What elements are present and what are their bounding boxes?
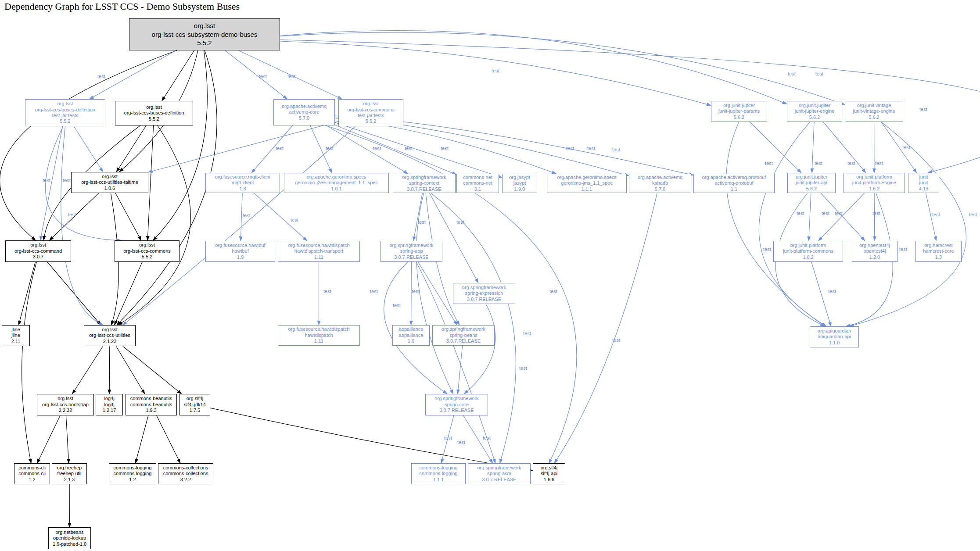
node-label-line: org-lsst-ccs-buses-definition [35,107,95,113]
edge-aop-beans [418,262,457,325]
edge-mqtt-transport [254,193,307,241]
node-label-line: 5.7.0 [299,115,309,121]
node-label-line: 1.2 [29,477,35,483]
node-label-line: 5.7.0 [655,186,665,192]
edge-test-label: test [875,161,883,166]
node-label-line: org.slf4j [541,465,558,471]
edge-root-busesdef [162,50,194,101]
node-cli: commons-clicommons-cli1.2 [14,463,50,484]
edge-test-label: test [259,74,267,79]
node-jasypt: org.jasyptjasypt1.9.0 [502,174,537,193]
node-label-line: 5.5.2 [197,39,212,47]
node-transport: org.fusesource.hawtdispatchhawtdispatch-… [278,241,360,262]
node-label-line: 5.5.2 [60,118,70,124]
node-label-line: 1.1 [731,186,737,192]
node-label-line: spring-asm [487,471,511,476]
node-label-line: jasypt [513,180,526,186]
edge-test-label: test [97,74,105,79]
edge-activemq-net [335,125,456,175]
edge-test-label: test [612,147,620,152]
node-pengine: org.junit.platformjunit-platform-engine1… [844,173,905,193]
node-label-line: 1.9.3 [146,408,156,413]
node-label-line: 1.0 [408,338,414,344]
edge-test-label: test [412,289,420,294]
node-label-line: commons-cli [18,471,46,476]
edge-test-label: test [815,161,822,166]
node-label-line: mqtt-client [232,180,254,186]
node-label-line: log4j [104,402,114,408]
node-label-line: 1.11 [314,338,323,344]
node-label-line: org.junit.vintage [857,103,891,108]
edge-test-label: test [373,146,381,151]
node-label-line: 1.2.17 [103,408,116,413]
edge-test-label: test [393,303,401,308]
node-label-line: org-lsst-ccs-commons [123,248,171,254]
edge-test-label: test [457,440,465,445]
node-label-line: commons-logging [420,465,458,471]
node-kahadb: org.apache.activemqkahadb5.7.0 [629,174,691,193]
node-label-line: org.apache.activemq [638,175,682,180]
edge-test-label: test [932,212,940,217]
edge-test-label: test [323,289,331,294]
node-utilities: org.lsstorg-lsst-ccs-utilities2.1.23 [84,325,136,346]
node-label-line: 2.1.23 [103,339,117,344]
node-label-line: 3.2.2 [180,477,191,483]
edge-test-label: test [566,146,574,151]
node-label-line: org.fusesource.mqtt-client [215,174,271,180]
node-label-line: 5.6.2 [809,114,820,120]
edge-japi-pcommons [809,193,811,241]
edge-utilities-beanutils [116,346,144,394]
node-label-line: org-lsst-ccs-bootstrap [42,402,89,408]
node-label-line: 1.6.2 [803,254,813,260]
edge-bootstrap-freehep [66,415,68,463]
node-label-line: junit-jupiter-params [718,108,760,114]
node-label-line: commons-logging [114,471,152,476]
node-label-line: apiguardian-api [818,334,851,340]
node-label-line: 5.5.2 [142,254,152,260]
edge-test-label: test [492,68,499,73]
node-label-line: org.apiguardian [818,328,851,334]
node-label-line: jline [11,333,20,338]
node-busesdef: org.lsstorg-lsst-ccs-buses-definition5.5… [115,101,193,125]
node-label-line: 2.11 [11,339,21,344]
node-busesdeftests: org.lsstorg-lsst-ccs-buses-definitiontes… [25,99,105,126]
node-label-line: hawtbuf [232,248,249,254]
node-hawtdispatch: org.fusesource.hawtdispatchhawtdispatch1… [278,325,360,346]
node-label-line: 1.1.1 [433,477,444,483]
node-junit: junitjunit4.13 [908,173,939,193]
edge-test-label: test [765,161,773,166]
edge-pengine-pcommons [818,193,865,241]
node-label-line: 1.0.6 [104,186,115,191]
node-label-line: 2.2.32 [59,408,72,413]
node-label-line: org.springframework [462,285,506,290]
edge-root-params [280,41,711,105]
node-label-line: 3.0.7.RELEASE [394,254,428,260]
node-label-line: log4j [104,396,114,401]
node-score: org.springframeworkspring-core3.0.7.RELE… [425,394,488,415]
node-label-line: kahadb [652,180,668,186]
edge-root-vintage [280,32,845,105]
edge-vintage-apiguardian [850,122,966,326]
edge-test-label: test [287,74,295,79]
node-label-line: org.springframework [389,243,433,248]
edge-root-command [0,50,177,240]
node-label-line: spring-context [409,180,439,186]
node-vintage: org.junit.vintagejunit-vintage-engine5.6… [845,101,903,122]
edge-context-expression [430,193,478,283]
node-label-line: 5.5.2 [366,118,376,124]
node-label-line: 1.9 [237,254,244,260]
edge-pengine-opentest [874,193,875,241]
node-label-line: 1.3 [935,254,942,260]
node-label-line: 1.9-patched-1.0 [53,541,86,547]
node-label-line: org.freehep [57,465,82,471]
node-apiguardian: org.apiguardianapiguardian-api1.1.0 [810,326,859,347]
node-label-line: org.slf4j [187,396,204,401]
node-label-line: slf4j-jdk14 [184,402,206,408]
node-label-line: activemq-protobuf [714,180,753,186]
edge-root-commons [153,50,208,240]
node-label-line: 5.6.2 [869,114,879,120]
edge-test-label: test [418,219,426,225]
edge-test-label: test [899,247,907,252]
node-label-line: hawtdispatch [305,333,333,338]
node-net: commons-netcommons-net3.1 [456,174,499,193]
